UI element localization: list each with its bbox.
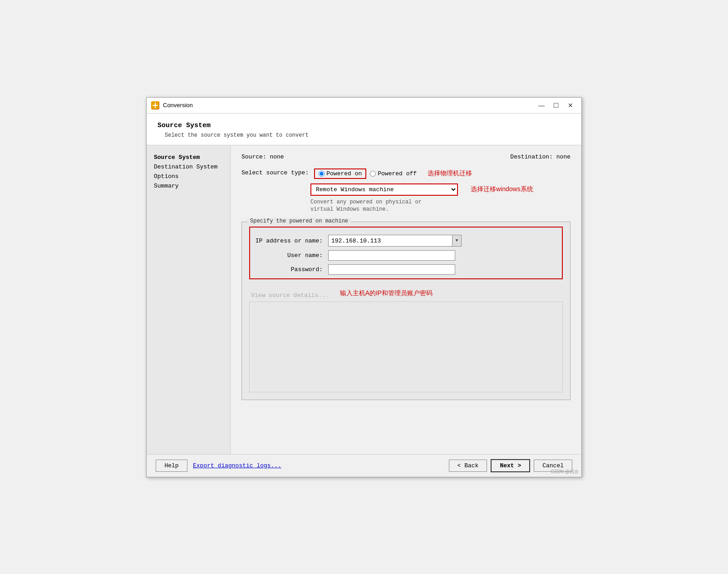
watermark: CSDN @四次 — [551, 469, 579, 475]
sidebar: Source System Destination System Options… — [147, 145, 231, 454]
source-type-annotation: 选择物理机迁移 — [428, 169, 472, 178]
group-box-title: Specify the powered on machine — [247, 218, 351, 224]
ip-input-wrap: ▼ — [328, 235, 558, 247]
powered-off-radio-label[interactable]: Powered off — [370, 170, 417, 177]
dropdown-annotation: 选择迁移windows系统 — [471, 185, 533, 193]
minimize-button[interactable]: — — [535, 100, 548, 110]
user-input-wrap — [328, 250, 558, 261]
powered-on-box: Powered on — [314, 168, 366, 179]
page-subtitle: Select the source system you want to con… — [165, 132, 571, 139]
page-title: Source System — [157, 122, 571, 129]
machine-fields-box: IP address or name: ▼ User name: — [249, 227, 563, 279]
machine-type-dropdown-box: Remote Windows machine VMware Infrastruc… — [310, 183, 458, 196]
window-controls: — ☐ ✕ — [535, 100, 577, 110]
view-details-annotation: 输入主机A的IP和管理员账户密码 — [340, 289, 433, 297]
sidebar-item-options[interactable]: Options — [152, 172, 225, 181]
footer: Help Export diagnostic logs... < Back Ne… — [147, 454, 581, 477]
destination-info: Destination: none — [510, 153, 571, 160]
powered-on-machine-group: Specify the powered on machine IP addres… — [241, 222, 571, 400]
username-input[interactable] — [328, 250, 455, 261]
user-label: User name: — [254, 252, 326, 259]
ip-field-container: ▼ — [328, 235, 462, 247]
dropdown-row: Remote Windows machine VMware Infrastruc… — [310, 183, 571, 196]
ip-label: IP address or name: — [254, 238, 326, 244]
powered-on-radio[interactable] — [319, 171, 325, 177]
sidebar-item-summary[interactable]: Summary — [152, 181, 225, 191]
details-area — [249, 302, 563, 392]
title-bar: Conversion — ☐ ✕ — [147, 98, 581, 114]
main-panel: Source: none Destination: none Select so… — [231, 145, 581, 454]
content-area: Source System Destination System Options… — [147, 145, 581, 454]
machine-type-select[interactable]: Remote Windows machine VMware Infrastruc… — [311, 184, 457, 195]
help-button[interactable]: Help — [156, 460, 187, 472]
source-info: Source: none — [241, 153, 284, 160]
convert-desc: Convert any powered on physical or virtu… — [310, 198, 571, 214]
powered-on-radio-label[interactable]: Powered on — [319, 170, 362, 177]
sidebar-item-destination-system[interactable]: Destination System — [152, 162, 225, 172]
app-icon — [151, 101, 159, 109]
machine-form: IP address or name: ▼ User name: — [254, 235, 558, 275]
source-type-label: Select source type: — [241, 168, 309, 176]
password-input[interactable] — [328, 264, 455, 275]
source-type-row: Select source type: Powered on Powered o… — [241, 168, 571, 179]
sidebar-item-source-system[interactable]: Source System — [152, 153, 225, 162]
back-button[interactable]: < Back — [449, 460, 487, 472]
footer-left: Help Export diagnostic logs... — [156, 460, 442, 472]
info-bar: Source: none Destination: none — [241, 153, 571, 160]
ip-address-input[interactable] — [329, 236, 452, 246]
svg-rect-2 — [155, 103, 156, 108]
password-label: Password: — [254, 266, 326, 273]
view-details-row: View source details... 输入主机A的IP和管理员账户密码 — [249, 285, 563, 302]
header-section: Source System Select the source system y… — [147, 114, 581, 145]
view-details-link[interactable]: View source details... — [249, 289, 331, 302]
window-title: Conversion — [163, 102, 193, 109]
password-input-wrap — [328, 264, 558, 275]
maximize-button[interactable]: ☐ — [550, 100, 562, 110]
export-logs-link[interactable]: Export diagnostic logs... — [193, 462, 281, 469]
next-button[interactable]: Next > — [491, 459, 530, 472]
powered-off-radio[interactable] — [370, 171, 376, 177]
ip-dropdown-btn[interactable]: ▼ — [452, 235, 461, 246]
close-button[interactable]: ✕ — [564, 100, 577, 110]
